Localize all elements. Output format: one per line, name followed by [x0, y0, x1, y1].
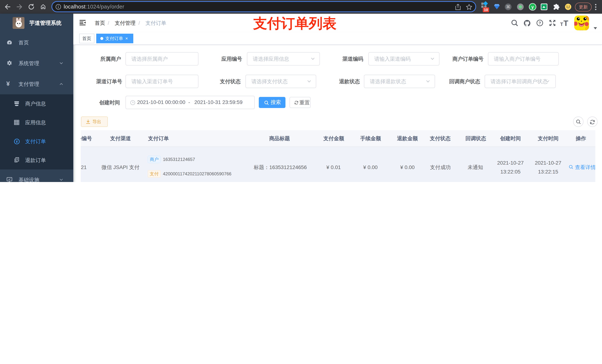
svg-text:y: y [531, 4, 534, 10]
svg-text:¥: ¥ [16, 140, 18, 144]
svg-text:⌘: ⌘ [506, 5, 510, 9]
svg-text:?: ? [538, 21, 541, 25]
svg-text:10: 10 [484, 8, 488, 12]
